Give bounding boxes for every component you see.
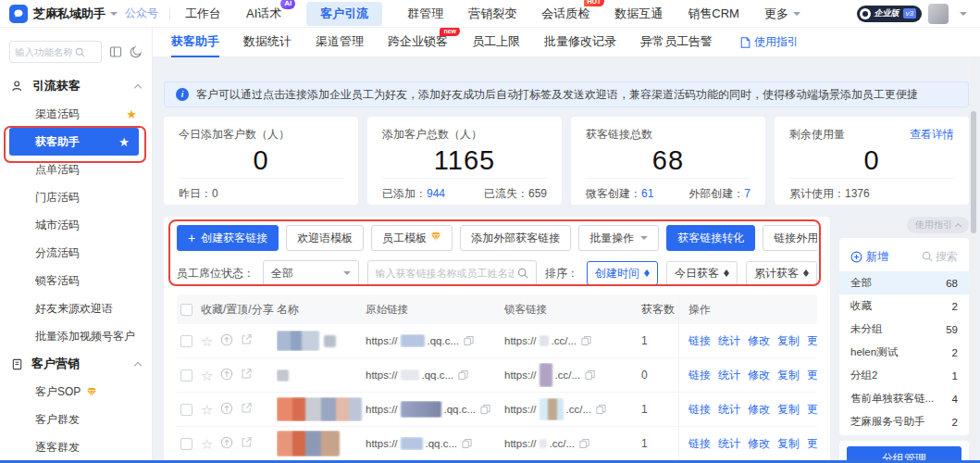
action-copy[interactable]: 复制 [777,436,800,452]
action-link[interactable]: 链接 [688,402,711,418]
sidebar-search[interactable] [9,41,102,63]
tab-batch-edit-log[interactable]: 批量修改记录 [544,28,616,57]
add-group-button[interactable]: 新增 [850,249,888,265]
action-edit[interactable]: 修改 [748,368,770,383]
sidebar-item-city-qr[interactable]: 城市活码 [0,211,152,239]
nav-workbench[interactable]: 工作台 [185,6,221,22]
sort-by-total-acquired[interactable]: 累计获客 [746,261,817,285]
collapse-panel-icon[interactable] [109,45,122,58]
share-external-icon[interactable] [241,368,253,382]
sidebar-item-channel-qr[interactable]: 渠道活码★ [0,100,152,128]
favorite-star-icon[interactable]: ☆ [201,437,213,451]
pin-top-icon[interactable] [220,402,233,418]
seat-status-select[interactable]: 全部 [263,260,359,286]
favorite-star-icon[interactable]: ☆ [201,334,213,348]
action-edit[interactable]: 修改 [748,333,770,349]
action-copy[interactable]: 复制 [777,368,800,383]
group-item-presales-links[interactable]: 售前单独获客链...4 [839,387,969,410]
staff-template-button[interactable]: 员工模板 [371,225,453,251]
share-external-icon[interactable] [241,436,253,451]
action-more[interactable]: 更多 [807,368,817,383]
sidebar-item-video-batch[interactable]: 批量添加视频号客户 [0,322,152,350]
nav-sales-crm[interactable]: 销售CRM [688,6,739,22]
action-link[interactable]: 链接 [688,333,711,349]
action-link[interactable]: 链接 [688,436,711,452]
tab-staff-limit[interactable]: 员工上限 [472,28,520,57]
account-tag[interactable]: 公众号 [125,6,158,21]
sidebar-item-split-qr[interactable]: 分流活码 [0,239,152,267]
sort-by-today-acquired[interactable]: 今日获客 [666,261,738,285]
copy-icon[interactable] [458,369,468,381]
action-edit[interactable]: 修改 [748,436,770,452]
collapse-hint-pill[interactable]: 使用指引 [907,217,969,233]
sidebar-item-acquisition-assistant[interactable]: 获客助手★ [9,128,139,156]
welcome-template-button[interactable]: 欢迎语模板 [286,225,364,251]
row-checkbox[interactable] [180,335,192,347]
link-search-input[interactable] [376,268,514,279]
action-stats[interactable]: 统计 [718,436,740,452]
action-edit[interactable]: 修改 [748,402,770,418]
tab-abnormal-staff-alert[interactable]: 异常员工告警 [640,28,713,57]
create-link-button[interactable]: +创建获客链接 [177,225,279,251]
group-item-helen-test[interactable]: helen测试2 [839,341,969,364]
share-external-icon[interactable] [241,333,253,348]
action-stats[interactable]: 统计 [718,368,740,383]
favorite-star-icon[interactable]: ☆ [201,369,213,382]
brand-chevron-down-icon[interactable] [110,12,118,19]
batch-actions-button[interactable]: 批量操作 [578,225,659,251]
favorite-star-icon[interactable]: ☆ [201,403,213,417]
pin-top-icon[interactable] [220,436,233,452]
group-search-button[interactable]: 搜索 [922,249,958,265]
tab-data-statistics[interactable]: 数据统计 [243,28,292,57]
nav-more[interactable]: 更多 [764,6,804,22]
favorite-star-icon[interactable]: ★ [118,136,130,148]
add-external-link-button[interactable]: 添加外部获客链接 [460,225,571,251]
copy-icon[interactable] [464,335,474,346]
theme-moon-icon[interactable] [130,45,143,58]
copy-icon[interactable] [581,335,591,346]
link-search[interactable] [367,260,537,286]
row-checkbox[interactable] [180,404,192,416]
sidebar-search-input[interactable] [15,46,72,57]
group-item-ungrouped[interactable]: 未分组59 [839,318,969,341]
copy-icon[interactable] [585,369,595,381]
nav-chat-inspection[interactable]: 会话质检HOT [541,6,589,22]
sort-by-created-time[interactable]: 创建时间 [587,261,658,285]
pin-top-icon[interactable] [220,368,233,383]
action-more[interactable]: 更多 [807,402,817,418]
link-conversion-button[interactable]: 获客链接转化 [666,225,755,251]
share-external-icon[interactable] [241,402,253,417]
nav-group-management[interactable]: 群管理 [407,6,443,22]
tab-channel-management[interactable]: 渠道管理 [316,28,364,57]
action-copy[interactable]: 复制 [777,333,800,349]
sidebar-item-chase-broadcast[interactable]: 逐客群发 [0,433,152,461]
group-item-favorites[interactable]: 收藏2 [839,294,969,318]
sidebar-section-acquisition[interactable]: 引流获客 [0,72,152,100]
tab-cross-enterprise-lock[interactable]: 跨企业锁客new [388,28,448,57]
copy-icon[interactable] [462,438,472,449]
nav-customer-acquisition[interactable]: 客户引流 [306,2,382,26]
copy-icon[interactable] [596,404,606,415]
sidebar-item-friend-welcome[interactable]: 好友来源欢迎语 [0,294,152,322]
page-scrollbar[interactable] [971,57,976,458]
copy-icon[interactable] [579,438,589,449]
action-more[interactable]: 更多 [807,436,817,452]
scrollbar-thumb[interactable] [971,111,976,233]
row-checkbox[interactable] [180,369,192,382]
select-all-checkbox[interactable] [180,304,192,316]
group-item-all[interactable]: 全部68 [839,271,969,294]
avatar-chevron-down-icon[interactable] [960,12,967,19]
tab-acquisition-assistant[interactable]: 获客助手 [171,28,219,57]
group-item-group2[interactable]: 分组21 [839,364,969,387]
sidebar-section-marketing[interactable]: 客户营销 [0,350,152,378]
group-item-sesame-assistant[interactable]: 芝麻服务号助手2 [839,410,969,433]
sidebar-item-order-qr[interactable]: 点单活码 [0,156,152,183]
sidebar-item-customer-sop[interactable]: 客户SOP [0,378,152,406]
favorite-star-icon[interactable]: ★ [126,108,137,120]
pin-top-icon[interactable] [220,333,233,349]
copy-icon[interactable] [480,404,490,415]
action-copy[interactable]: 复制 [777,402,800,418]
nav-data-interchange[interactable]: 数据互通 [614,6,663,22]
sidebar-item-lock-qr[interactable]: 锁客活码 [0,267,152,294]
usage-guide-link[interactable]: 使用指引 [740,34,799,50]
